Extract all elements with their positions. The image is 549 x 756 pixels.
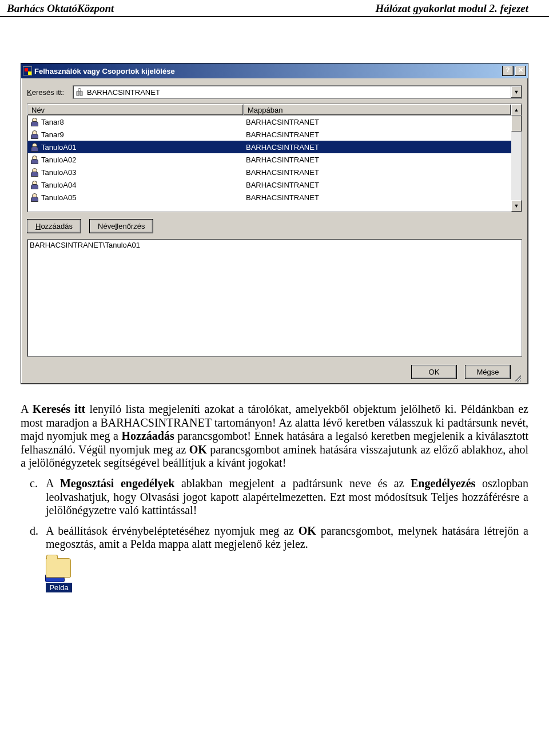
cell-folder: BARHACSINTRANET (244, 156, 511, 164)
cell-name: Tanar8 (27, 117, 244, 126)
list-item[interactable]: TanuloA04BARHACSINTRANET (27, 178, 511, 191)
list-item[interactable]: TanuloA05BARHACSINTRANET (27, 191, 511, 204)
list-item-d: d. A beállítások érvénybeléptetéséhez ny… (21, 524, 528, 551)
user-icon (30, 142, 39, 152)
header-left: Barhács OktatóKözpont (7, 2, 114, 15)
shared-folder-icon: Pelda (46, 558, 75, 592)
user-name: TanuloA01 (41, 143, 76, 152)
name-check-button[interactable]: Névellenőrzés (89, 219, 153, 233)
cell-folder: BARHACSINTRANET (244, 143, 511, 152)
cell-name: TanuloA04 (27, 180, 244, 189)
combo-drop-button[interactable]: ▼ (511, 86, 522, 98)
search-in-value: BARHACSINTRANET (87, 88, 511, 97)
user-name: TanuloA03 (41, 168, 76, 177)
selected-result-text: BARHACSINTRANET\TanuloA01 (30, 241, 140, 249)
paragraph-1: A Keresés itt lenyíló lista megjeleníti … (21, 403, 528, 470)
add-button[interactable]: Hozzáadás (27, 219, 81, 233)
instruction-text: A Keresés itt lenyíló lista megjeleníti … (21, 403, 528, 592)
user-icon (30, 130, 39, 139)
li-letter-d: d. (30, 524, 38, 538)
cancel-button[interactable]: Mégse (465, 365, 511, 379)
select-users-dialog: Felhasználók vagy Csoportok kijelölése ?… (21, 63, 528, 384)
titlebar[interactable]: Felhasználók vagy Csoportok kijelölése ?… (21, 63, 528, 78)
user-icon (30, 117, 39, 126)
list-item[interactable]: TanuloA01BARHACSINTRANET (27, 141, 511, 153)
cell-name: Tanar9 (27, 130, 244, 139)
scroll-down-button[interactable]: ▼ (511, 200, 522, 212)
ok-button[interactable]: OK (411, 365, 457, 379)
li-letter-c: c. (30, 477, 38, 491)
users-list[interactable]: Név Mappában Tanar8BARHACSINTRANETTanar9… (27, 104, 522, 212)
user-icon (30, 180, 39, 189)
cell-name: TanuloA01 (27, 142, 244, 152)
app-icon (23, 66, 32, 75)
close-button[interactable]: ✕ (515, 66, 526, 76)
scroll-thumb[interactable] (511, 116, 522, 132)
help-button[interactable]: ? (502, 66, 514, 76)
cell-folder: BARHACSINTRANET (244, 168, 511, 177)
list-item[interactable]: TanuloA02BARHACSINTRANET (27, 153, 511, 166)
directory-icon (75, 87, 85, 97)
user-name: TanuloA04 (41, 181, 76, 189)
cell-folder: BARHACSINTRANET (244, 130, 511, 139)
search-in-label: Keresés itt: (27, 88, 73, 97)
user-icon (30, 168, 39, 177)
svg-rect-0 (77, 91, 79, 96)
list-item[interactable]: TanuloA03BARHACSINTRANET (27, 166, 511, 178)
cell-folder: BARHACSINTRANET (244, 193, 511, 202)
resize-grip-icon[interactable] (513, 373, 521, 381)
cell-folder: BARHACSINTRANET (244, 181, 511, 189)
list-item-c: c. A Megosztási engedélyek ablakban megj… (21, 477, 528, 518)
svg-rect-1 (80, 91, 82, 96)
list-header: Név Mappában (27, 104, 511, 116)
list-item[interactable]: Tanar8BARHACSINTRANET (27, 116, 511, 128)
header-right: Hálózat gyakorlat modul 2. fejezet (375, 2, 528, 15)
column-header-name[interactable]: Név (27, 104, 244, 116)
user-name: Tanar8 (41, 118, 64, 126)
list-item[interactable]: Tanar9BARHACSINTRANET (27, 128, 511, 141)
scroll-up-button[interactable]: ▲ (511, 104, 522, 116)
list-scrollbar[interactable]: ▲ ▼ (511, 104, 522, 212)
folder-icon (46, 558, 71, 578)
column-header-folder[interactable]: Mappában (244, 104, 511, 116)
user-name: TanuloA05 (41, 193, 76, 202)
user-icon (30, 193, 39, 202)
user-name: Tanar9 (41, 130, 64, 139)
cell-name: TanuloA02 (27, 155, 244, 164)
page-header: Barhács OktatóKözpont Hálózat gyakorlat … (0, 0, 549, 17)
cell-name: TanuloA05 (27, 193, 244, 202)
search-in-combo[interactable]: BARHACSINTRANET ▼ (73, 85, 522, 99)
folder-caption: Pelda (46, 583, 72, 592)
selected-result-box[interactable]: BARHACSINTRANET\TanuloA01 (27, 239, 522, 357)
svg-point-2 (78, 89, 81, 91)
cell-folder: BARHACSINTRANET (244, 118, 511, 126)
dialog-title: Felhasználók vagy Csoportok kijelölése (34, 67, 175, 75)
user-icon (30, 155, 39, 164)
cell-name: TanuloA03 (27, 168, 244, 177)
user-name: TanuloA02 (41, 156, 76, 164)
